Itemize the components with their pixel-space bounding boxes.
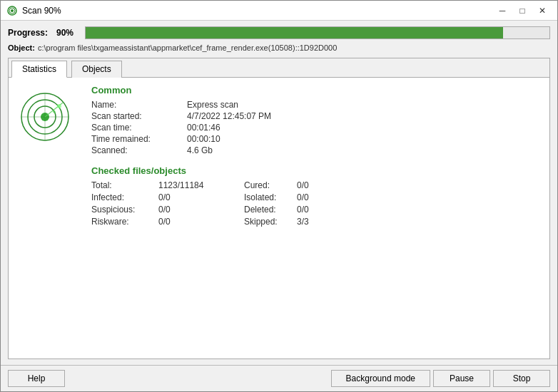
main-window: Scan 90% ─ □ ✕ Progress: 90% Object: c:\… [0,0,558,392]
infected-label: Infected: [91,192,156,202]
field-remained-value: 00:00:10 [187,134,538,144]
close-button[interactable]: ✕ [533,4,552,18]
field-started-label: Scan started: [91,111,184,121]
stop-button[interactable]: Stop [493,370,550,387]
radar-icon [20,92,70,142]
skipped-label: Skipped: [244,217,294,227]
isolated-label: Isolated: [244,192,294,202]
field-name-value: Express scan [187,100,538,110]
field-name-label: Name: [91,100,184,110]
window-controls: ─ □ ✕ [493,4,552,18]
riskware-value: 0/0 [158,217,215,227]
suspicious-value: 0/0 [158,205,215,215]
infected-value: 0/0 [158,192,215,202]
object-row: Object: c:\program files\txgameassistant… [8,43,550,52]
total-label: Total: [91,180,156,190]
object-label: Object: [8,43,35,52]
app-icon [6,5,18,16]
svg-point-11 [53,110,56,113]
progress-bar-fill [86,27,503,38]
maximize-button[interactable]: □ [513,4,532,18]
window-title: Scan 90% [22,6,493,16]
checked-title: Checked files/objects [91,165,538,176]
suspicious-label: Suspicious: [91,205,156,215]
radar-wrap [20,85,70,351]
tab-content-statistics: Common Name: Express scan Scan started: … [9,78,549,359]
common-fields: Name: Express scan Scan started: 4/7/202… [91,100,538,155]
object-value: c:\program files\txgameassistant\appmark… [38,43,337,52]
riskware-label: Riskware: [91,217,156,227]
progress-label: Progress: [8,28,51,38]
pause-button[interactable]: Pause [433,370,490,387]
field-remained-label: Time remained: [91,134,184,144]
svg-point-10 [57,104,61,108]
progress-bar-container [85,26,550,39]
tabs-container: Statistics Objects [8,58,550,359]
content-area: Progress: 90% Object: c:\program files\t… [1,21,557,365]
field-time-value: 00:01:46 [187,123,538,133]
tab-objects[interactable]: Objects [71,61,122,78]
cured-label: Cured: [244,180,294,190]
deleted-label: Deleted: [244,205,294,215]
isolated-value: 0/0 [297,192,340,202]
total-value: 1123/11184 [158,180,215,190]
tab-statistics[interactable]: Statistics [11,61,67,78]
title-bar: Scan 90% ─ □ ✕ [1,1,557,21]
field-scanned-value: 4.6 Gb [187,145,538,155]
background-mode-button[interactable]: Background mode [331,370,430,387]
field-started-value: 4/7/2022 12:45:07 PM [187,111,538,121]
bottom-bar: Help Background mode Pause Stop [1,365,557,391]
deleted-value: 0/0 [297,205,340,215]
minimize-button[interactable]: ─ [493,4,512,18]
svg-point-2 [11,9,14,12]
skipped-value: 3/3 [297,217,340,227]
right-stats: Cured: 0/0 Isolated: 0/0 Deleted: 0/0 Sk… [244,180,340,227]
field-scanned-label: Scanned: [91,145,184,155]
field-time-label: Scan time: [91,123,184,133]
left-stats: Total: 1123/11184 Infected: 0/0 Suspicio… [91,180,215,227]
common-title: Common [91,85,538,96]
progress-row: Progress: 90% [8,26,550,39]
progress-percent: 90% [56,28,79,38]
stats-panel: Common Name: Express scan Scan started: … [91,85,538,351]
help-button[interactable]: Help [8,370,65,387]
cured-value: 0/0 [297,180,340,190]
tabs-header: Statistics Objects [9,58,549,78]
